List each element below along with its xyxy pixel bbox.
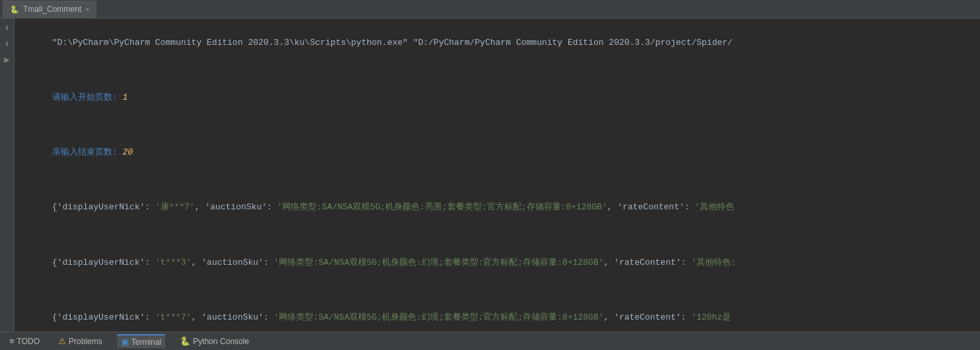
blank-line-4: [21, 228, 973, 242]
data-row-2: {'displayUserNick': 't***3', 'auctionSku…: [21, 242, 973, 283]
python-file-icon: 🐍: [10, 5, 19, 14]
gutter-icon-2[interactable]: ⬇: [4, 40, 9, 49]
status-problems[interactable]: ⚠ Problems: [54, 335, 106, 347]
status-todo[interactable]: ≡ TODO: [5, 335, 44, 347]
terminal-label: Terminal: [132, 337, 161, 347]
problems-label: Problems: [69, 337, 102, 346]
tab-close-button[interactable]: ×: [85, 5, 89, 13]
status-terminal[interactable]: ▣ Terminal: [117, 334, 165, 348]
python-console-icon: 🐍: [180, 336, 190, 346]
status-bar: ≡ TODO ⚠ Problems ▣ Terminal 🐍 Python Co…: [0, 332, 980, 350]
data-row-3: {'displayUserNick': 't***7', 'auctionSku…: [21, 297, 973, 332]
gutter-icon-1[interactable]: ⬇: [4, 24, 9, 33]
problems-icon: ⚠: [58, 336, 66, 346]
status-python-console[interactable]: 🐍 Python Console: [176, 335, 253, 347]
blank-line-5: [21, 283, 973, 297]
blank-line-1: [21, 63, 973, 77]
terminal-output[interactable]: "D:\PyCharm\PyCharm Community Edition 20…: [15, 18, 980, 332]
prompt-line-1: 请输入开始页数: 1: [21, 77, 973, 118]
tab-bar: 🐍 Tmall_Comment ×: [0, 0, 980, 18]
command-line: "D:\PyCharm\PyCharm Community Edition 20…: [21, 22, 973, 63]
todo-icon: ≡: [9, 336, 15, 346]
python-console-label: Python Console: [193, 337, 249, 346]
prompt-line-2: 亲输入结束页数: 20: [21, 132, 973, 173]
tab-title: Tmall_Comment: [23, 5, 81, 14]
file-tab[interactable]: 🐍 Tmall_Comment ×: [3, 1, 96, 18]
terminal-icon: ▣: [121, 337, 129, 347]
blank-line-3: [21, 174, 973, 188]
todo-label: TODO: [17, 337, 40, 346]
left-gutter: ⬇ ⬇ ▶: [0, 18, 15, 332]
gutter-icon-3[interactable]: ▶: [4, 55, 9, 65]
blank-line-2: [21, 119, 973, 133]
main-area: ⬇ ⬇ ▶ "D:\PyCharm\PyCharm Community Edit…: [0, 18, 980, 332]
data-row-1: {'displayUserNick': '康***7', 'auctionSku…: [21, 188, 973, 228]
